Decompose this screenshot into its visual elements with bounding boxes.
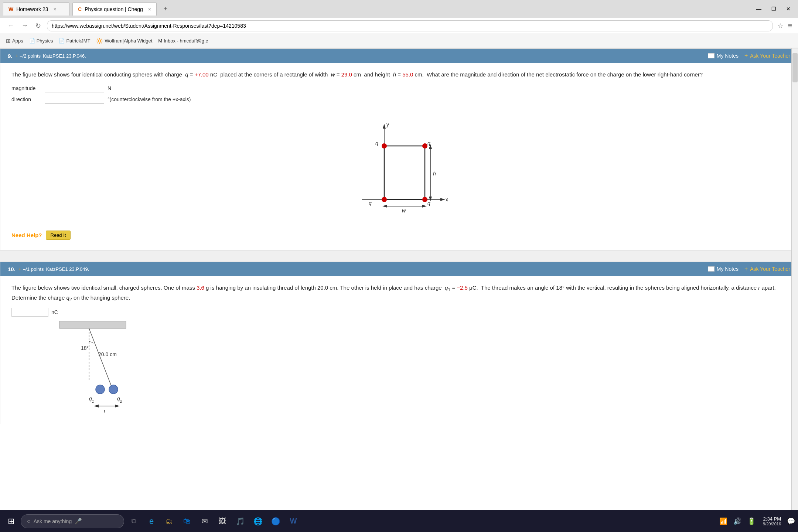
taskbar-word-button[interactable]: W (285, 513, 301, 529)
taskbar-chrome-button[interactable]: 🔵 (267, 513, 284, 529)
edge-icon: e (149, 516, 154, 526)
q10-diagram-svg: 18° 20.0 cm q1 q2 r (41, 321, 152, 413)
back-button[interactable]: ← (6, 20, 16, 31)
svg-rect-23 (59, 321, 126, 328)
gmail-icon: M (158, 38, 162, 44)
battery-icon[interactable]: 🔋 (746, 516, 757, 527)
minimize-button[interactable]: — (752, 4, 765, 14)
taskbar-media-button[interactable]: 🎵 (232, 513, 248, 529)
close-button[interactable]: ✕ (782, 4, 795, 14)
svg-text:w: w (402, 208, 406, 214)
taskbar-explorer-button[interactable]: 🗂 (161, 513, 177, 529)
q9-diagram: y x h (11, 107, 787, 222)
taskbar-search-text: Ask me anything (34, 518, 72, 524)
section-divider (0, 250, 798, 262)
chrome-icon: 🔵 (271, 517, 280, 526)
taskbar-time: 2:34 PM (763, 516, 781, 522)
q9-magnitude-unit: N (108, 85, 111, 91)
question-10-body: The figure below shows two identical sma… (0, 276, 798, 424)
tab-physics-label: Physics question | Chegg (85, 6, 143, 12)
taskbar: ⊞ ○ Ask me anything 🎤 ⧉ e 🗂 🛍 ✉ 🖼 🎵 🌐 🔵 … (0, 510, 798, 532)
tab-homework23-close[interactable]: × (54, 6, 57, 12)
photos-icon: 🖼 (219, 517, 226, 525)
bookmark-apps[interactable]: ⊞ Apps (6, 38, 23, 44)
bookmark-patrickjmt-label: PatrickJMT (66, 38, 90, 44)
q9-notes-icon (708, 53, 715, 58)
q9-direction-input[interactable] (45, 95, 104, 103)
q9-direction-label: direction (11, 96, 41, 102)
q10-charge-q1: −2.5 (457, 284, 468, 291)
task-view-icon: ⧉ (132, 517, 136, 525)
forward-button[interactable]: → (20, 20, 30, 31)
bookmark-patrickjmt[interactable]: 📄 PatrickJMT (59, 38, 90, 44)
word-icon: W (290, 517, 297, 525)
maximize-button[interactable]: ❐ (767, 4, 780, 14)
ie-icon: 🌐 (253, 517, 263, 526)
task-view-button[interactable]: ⧉ (126, 513, 142, 529)
bookmark-star-icon[interactable]: ☆ (777, 22, 783, 30)
q10-my-notes-button[interactable]: My Notes (708, 266, 739, 272)
bookmark-physics-label: Physics (37, 38, 53, 44)
taskbar-mail-button[interactable]: ✉ (197, 513, 213, 529)
tab-physics-close[interactable]: × (148, 6, 151, 12)
taskbar-ie-button[interactable]: 🌐 (250, 513, 266, 529)
tab-homework23[interactable]: W Homework 23 × (3, 2, 69, 16)
taskbar-search-icon: ○ (27, 518, 31, 525)
bookmark-physics[interactable]: 📄 Physics (29, 38, 53, 44)
q9-points: –/2 points (20, 53, 41, 59)
q10-ask-teacher-icon: + (744, 266, 748, 272)
q9-magnitude-input[interactable] (45, 84, 104, 92)
svg-point-19 (382, 197, 387, 202)
q9-code: KatzPSE1 23.P.046. (43, 53, 86, 59)
q9-magnitude-label: magnitude (11, 85, 41, 91)
bookmark-gmail-label: Inbox - hmcduff@g.c (164, 38, 208, 44)
address-input[interactable] (47, 20, 773, 31)
q10-points: –/1 points (23, 266, 44, 272)
q9-ask-teacher-button[interactable]: + Ask Your Teacher (744, 52, 790, 59)
q10-code: KatzPSE1 23.P.049. (46, 266, 89, 272)
refresh-button[interactable]: ↻ (34, 20, 42, 31)
patrickjmt-doc-icon: 📄 (59, 38, 65, 44)
svg-text:q1: q1 (89, 396, 94, 403)
taskbar-clock[interactable]: 2:34 PM 9/20/2016 (760, 516, 784, 526)
q9-direction-note: °(counterclockwise from the +x-axis) (108, 96, 191, 102)
q10-ask-teacher-button[interactable]: + Ask Your Teacher (744, 266, 790, 272)
svg-rect-6 (384, 146, 425, 200)
q10-answer-input[interactable] (11, 308, 48, 317)
scrollbar-thumb[interactable] (792, 53, 798, 82)
notification-icon[interactable]: 💬 (787, 517, 795, 525)
bookmark-gmail[interactable]: M Inbox - hmcduff@g.c (158, 38, 208, 44)
q9-need-help-text: Need Help? (11, 232, 42, 238)
svg-text:q2: q2 (117, 396, 122, 403)
new-tab-button[interactable]: + (160, 3, 171, 15)
tab-physics-question[interactable]: C Physics question | Chegg × (72, 2, 157, 16)
svg-marker-1 (383, 124, 386, 129)
scrollbar[interactable] (791, 48, 798, 518)
volume-icon[interactable]: 🔊 (732, 516, 743, 527)
taskbar-search-bar[interactable]: ○ Ask me anything 🎤 (21, 514, 124, 528)
svg-point-28 (96, 385, 105, 394)
svg-text:q: q (369, 200, 372, 206)
q9-charge-value: +7.00 (195, 71, 209, 78)
q9-need-help: Need Help? Read It (11, 228, 787, 243)
chegg-favicon: C (78, 6, 82, 12)
q9-ask-teacher-label: Ask Your Teacher (750, 53, 790, 59)
taskbar-edge-button[interactable]: e (143, 513, 160, 529)
bookmarks-bar: ⊞ Apps 📄 Physics 📄 PatrickJMT 🔆 Wolfram|… (0, 34, 798, 48)
q9-read-it-button[interactable]: Read It (46, 231, 71, 240)
svg-text:y: y (386, 122, 389, 127)
q10-input-row: nC (11, 308, 787, 317)
q9-number: 9. (8, 53, 13, 59)
taskbar-mic-icon[interactable]: 🎤 (75, 518, 82, 525)
svg-text:x: x (446, 197, 448, 202)
menu-icon[interactable]: ≡ (788, 21, 792, 30)
q9-magnitude-row: magnitude N (11, 84, 787, 92)
bookmark-wolfram[interactable]: 🔆 Wolfram|Alpha Widget (96, 38, 152, 44)
wifi-icon[interactable]: 📶 (718, 516, 729, 527)
q9-my-notes-button[interactable]: My Notes (708, 53, 739, 59)
taskbar-store-button[interactable]: 🛍 (179, 513, 195, 529)
start-button[interactable]: ⊞ (3, 513, 19, 529)
svg-text:20.0 cm: 20.0 cm (98, 351, 117, 357)
taskbar-photos-button[interactable]: 🖼 (214, 513, 231, 529)
q10-unit-label: nC (51, 309, 58, 315)
